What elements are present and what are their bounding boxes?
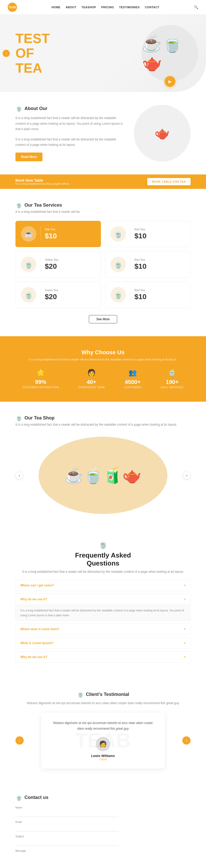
service-price-3: $10 xyxy=(134,262,185,271)
book-banner: Book Now Table It is a long established … xyxy=(0,175,206,189)
faq-section: 🍵 Frequently AskedQuestions It is a long… xyxy=(0,527,206,678)
faq-toggle-4[interactable]: + xyxy=(184,655,186,659)
service-card-1[interactable]: 🍵 Red Tea $10 xyxy=(105,221,191,247)
faq-question-0[interactable]: Where can I get some? + xyxy=(16,580,190,591)
faq-item-0[interactable]: Where can I get some? + xyxy=(15,580,191,591)
stat-label-0: Customer Satisfaction xyxy=(23,386,59,389)
play-button[interactable]: ▶ xyxy=(165,76,175,87)
shop-img-content: ☕🍵🧃🫖 xyxy=(39,437,167,514)
email-label: Email xyxy=(15,820,118,824)
stat-2: 👥 4500+ Customers xyxy=(124,369,141,389)
read-more-button[interactable]: Read More xyxy=(15,153,42,161)
service-info-1: Red Tea $10 xyxy=(134,228,185,240)
shop-subtitle: It is a long established fact that a rea… xyxy=(15,423,191,426)
faq-title: Frequently AskedQuestions xyxy=(15,551,191,567)
service-info-2: Yellow Tea $20 xyxy=(45,258,96,271)
search-icon[interactable]: 🔍 xyxy=(194,5,198,9)
service-card-5[interactable]: 🍵 Red Tea $10 xyxy=(105,282,191,308)
faq-toggle-3[interactable]: + xyxy=(184,641,186,645)
service-img-3: 🍵 xyxy=(110,257,126,272)
service-info-5: Red Tea $10 xyxy=(134,288,185,301)
faq-q-4: Why do we use it? xyxy=(20,655,47,659)
stat-number-2: 4500+ xyxy=(124,379,141,385)
stat-icon-0: 🌟 xyxy=(23,369,59,377)
service-name-0: Milk Tea xyxy=(45,228,96,231)
contact-form: Name Email Subject Message Send xyxy=(15,806,118,868)
stat-number-1: 40+ xyxy=(78,379,105,385)
testimonial-card: TEAB Noluero dignissim at nisi qui accum… xyxy=(41,713,165,768)
see-more-button[interactable]: See More xyxy=(89,315,117,323)
nav-home[interactable]: HOME xyxy=(52,6,61,9)
faq-q-0: Where can I get some? xyxy=(20,584,54,587)
service-info-0: Milk Tea $10 xyxy=(45,228,96,240)
service-price-1: $10 xyxy=(134,232,185,240)
testimonial-next-arrow[interactable]: › xyxy=(182,736,191,745)
stat-label-3: Daily Services xyxy=(161,386,183,389)
shop-label: 🍵 Our Tea Shop xyxy=(15,414,191,421)
nav-teashop[interactable]: TEASHOP xyxy=(82,6,96,9)
testimonial-prev-arrow[interactable]: ‹ xyxy=(15,736,24,745)
book-table-button[interactable]: BOOK TABLE FOR TEA xyxy=(147,178,191,185)
shop-title: Our Tea Shop xyxy=(25,415,55,421)
faq-item-4[interactable]: Why do we use it? + xyxy=(15,651,191,663)
service-price-0: $10 xyxy=(45,232,96,240)
stat-icon-3: 🍵 xyxy=(161,369,183,377)
services-section: 🍵 Our Tea Services It is a long establis… xyxy=(0,189,206,336)
subject-input[interactable] xyxy=(15,839,118,846)
about-image: 🫖 xyxy=(134,105,191,161)
service-info-3: Red Tea $10 xyxy=(134,258,185,271)
logo[interactable]: TEAB xyxy=(8,3,17,12)
service-card-2[interactable]: 🍵 Yellow Tea $20 xyxy=(15,251,101,277)
service-price-5: $10 xyxy=(134,293,185,301)
shop-prev-arrow[interactable]: ‹ xyxy=(15,471,23,479)
services-tea-icon: 🍵 xyxy=(15,202,23,209)
testimonial-section: 🍵 Client's Testimonial Noluero dignissim… xyxy=(0,678,206,781)
service-name-2: Yellow Tea xyxy=(45,258,96,261)
service-card-4[interactable]: 🍵 Green Tea $20 xyxy=(15,282,101,308)
faq-question-4[interactable]: Why do we use it? + xyxy=(16,652,190,662)
faq-question-1[interactable]: Why do we use it? + xyxy=(16,594,190,605)
testimonial-name: Lewis Williams xyxy=(52,754,154,758)
nav-links: HOME ABOUT TEASHOP PRICING TESTIMONIES C… xyxy=(52,6,160,9)
faq-item-3[interactable]: What is Lorem Ipsum? + xyxy=(15,638,191,649)
tea-icon: 🍵 xyxy=(15,105,23,112)
shop-image: ☕🍵🧃🫖 xyxy=(39,437,167,514)
faq-item-2[interactable]: Where does it come from? + xyxy=(15,623,191,635)
hero-line1: TEST xyxy=(15,31,50,46)
logo-icon: TEAB xyxy=(8,3,17,12)
shop-next-arrow[interactable]: › xyxy=(183,471,191,479)
nav-pricing[interactable]: PRICING xyxy=(101,6,114,9)
nav-testimonies[interactable]: TESTIMONIES xyxy=(119,6,140,9)
email-input[interactable] xyxy=(15,825,118,831)
faq-toggle-2[interactable]: + xyxy=(184,627,186,631)
stat-3: 🍵 190+ Daily Services xyxy=(161,369,183,389)
shop-section: 🍵 Our Tea Shop It is a long established … xyxy=(0,402,206,527)
service-card-0[interactable]: ☕ Milk Tea $10 xyxy=(15,221,101,247)
service-divider-0 xyxy=(40,226,41,242)
book-banner-title: Book Now Table xyxy=(15,178,70,182)
why-subtitle: It is a long established fact that a rea… xyxy=(15,358,191,361)
shop-image-wrap: ‹ ☕🍵🧃🫖 › xyxy=(15,437,191,514)
hero-prev-arrow[interactable]: ‹ xyxy=(3,50,10,57)
contact-section: 🍵 Contact us Name Email Subject Message … xyxy=(0,781,206,868)
message-input[interactable] xyxy=(15,853,118,868)
faq-toggle-1[interactable]: + xyxy=(183,597,187,601)
stat-number-3: 190+ xyxy=(161,379,183,385)
contact-label: 🍵 Contact us xyxy=(15,794,191,801)
faq-question-3[interactable]: What is Lorem Ipsum? + xyxy=(16,638,190,649)
faq-question-2[interactable]: Where does it come from? + xyxy=(16,624,190,634)
name-input[interactable] xyxy=(15,810,118,817)
hero-line3: TEA xyxy=(15,61,42,75)
faq-item-1[interactable]: Why do we use it? + It is a long establi… xyxy=(15,594,191,621)
shop-tea-icon: 🍵 xyxy=(15,414,23,421)
nav-contact[interactable]: CONTACT xyxy=(145,6,160,9)
testimonial-watermark: TEAB xyxy=(75,728,131,752)
faq-q-3: What is Lorem Ipsum? xyxy=(20,641,54,645)
service-img-0: ☕ xyxy=(21,226,36,242)
service-card-3[interactable]: 🍵 Red Tea $10 xyxy=(105,251,191,277)
stat-number-0: 99% xyxy=(23,379,59,385)
nav-about[interactable]: ABOUT xyxy=(66,6,76,9)
faq-toggle-0[interactable]: + xyxy=(184,584,186,587)
stat-0: 🌟 99% Customer Satisfaction xyxy=(23,369,59,389)
testimonial-tea-icon: 🍵 xyxy=(77,691,84,698)
